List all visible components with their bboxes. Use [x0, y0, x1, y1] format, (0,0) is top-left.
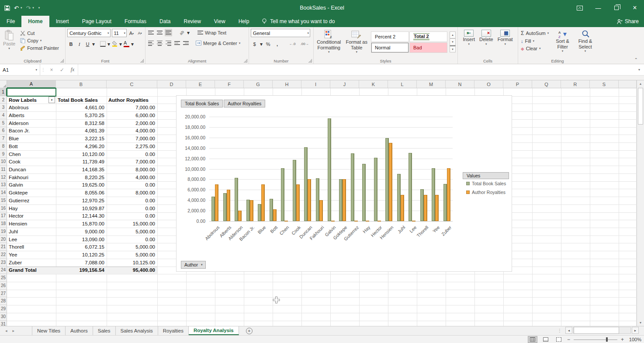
cell-C11[interactable]: 8,000.00 [107, 166, 157, 173]
row-header-19[interactable]: 19 [0, 228, 7, 236]
bar-author-royalties-bott[interactable] [273, 209, 277, 221]
font-color-button[interactable]: A [123, 40, 130, 48]
sort-filter-button[interactable]: AZ Sort & Filter▾ [552, 29, 573, 54]
row-header-14[interactable]: 14 [0, 189, 7, 197]
bar-author-royalties-thorell[interactable] [424, 195, 427, 221]
cell-A3[interactable]: Abolrous [7, 104, 56, 111]
bar-total-book-sales-yee[interactable] [432, 168, 435, 221]
format-cells-button[interactable]: ▦ Format▾ [496, 29, 514, 47]
cell-C20[interactable]: 0.00 [107, 236, 157, 243]
ribbon-tab-file[interactable]: File [0, 16, 21, 27]
cell-A16[interactable]: Hay [7, 204, 56, 212]
share-button[interactable]: Share [617, 16, 639, 27]
borders-button[interactable] [99, 40, 107, 48]
insert-cells-button[interactable]: ⇤ Insert▾ [461, 29, 476, 47]
row-header-20[interactable]: 20 [0, 236, 7, 243]
cell-style-percent-2[interactable]: Percent 2 [371, 31, 409, 42]
format-painter-button[interactable]: Format Painter [19, 45, 60, 51]
increase-decimal-icon[interactable]: ←.0 [287, 40, 298, 48]
legend-item-author-royalties[interactable]: Author Royalties [466, 190, 506, 195]
cell-B5[interactable]: 8,312.58 [56, 119, 107, 127]
horizontal-scroll-thumb[interactable] [574, 327, 619, 334]
cell-A23[interactable]: Zuber [7, 259, 56, 267]
cell-C22[interactable]: 5,000.00 [107, 251, 157, 259]
cut-button[interactable]: Cut [19, 30, 60, 36]
cell-C3[interactable]: 7,000.00 [107, 104, 157, 111]
column-header-R[interactable]: R [561, 80, 590, 88]
fill-color-button[interactable] [111, 40, 118, 48]
cell-A6[interactable]: Bacon Jr. [7, 127, 56, 135]
column-header-L[interactable]: L [388, 80, 417, 88]
ribbon-tab-page-layout[interactable]: Page Layout [76, 16, 118, 27]
cell-B6[interactable]: 4,081.39 [56, 127, 107, 135]
horizontal-scrollbar[interactable]: ⋮ ◂ ▸ [557, 327, 639, 334]
bar-author-royalties-alderson[interactable] [238, 211, 242, 221]
bar-author-royalties-gutierrez[interactable] [354, 221, 358, 222]
row-header-18[interactable]: 18 [0, 220, 7, 228]
column-header-J[interactable]: J [330, 80, 359, 88]
ribbon-tab-home[interactable]: Home [21, 16, 49, 27]
number-dialog-launcher[interactable] [308, 59, 312, 62]
cell-style-total-2[interactable]: Total 2 [409, 31, 447, 42]
cell-B21[interactable]: 6,072.15 [56, 243, 107, 251]
name-box[interactable]: A1▾ [0, 64, 40, 75]
sheet-tab-sales-analysis[interactable]: Sales Analysis [116, 326, 158, 335]
row-header-29[interactable]: 29 [0, 305, 7, 313]
bar-author-royalties-alberts[interactable] [227, 190, 230, 221]
merge-center-button[interactable]: Merge & Center▾ [195, 40, 241, 46]
cell-C5[interactable]: 2,000.00 [107, 119, 157, 127]
fill-color-dropdown-icon[interactable]: ▾ [119, 41, 122, 47]
comma-style-button[interactable]: , [274, 40, 281, 48]
font-color-dropdown-icon[interactable]: ▾ [131, 41, 134, 47]
restore-button[interactable] [607, 0, 626, 16]
autosum-button[interactable]: ΣAutoSum▾ [520, 30, 550, 37]
ribbon-display-options-button[interactable] [571, 0, 589, 16]
styles-more-icon[interactable]: ▾ [450, 45, 456, 52]
cell-A18[interactable]: Hensien [7, 220, 56, 228]
bar-author-royalties-yee[interactable] [435, 195, 439, 221]
column-header-stub[interactable] [619, 80, 637, 88]
orientation-dropdown-icon[interactable]: ▾ [187, 30, 190, 36]
bar-total-book-sales-alderson[interactable] [235, 178, 238, 221]
bar-total-book-sales-zuber[interactable] [443, 184, 447, 221]
column-header-P[interactable]: P [503, 80, 532, 88]
bar-author-royalties-zuber[interactable] [447, 168, 450, 221]
cell-C18[interactable]: 15,000.00 [107, 220, 157, 228]
tell-me-box[interactable]: Tell me what you want to do [256, 16, 341, 27]
prev-sheet-icon[interactable]: ◂ [5, 329, 7, 333]
font-dialog-launcher[interactable] [140, 59, 144, 62]
vertical-scrollbar[interactable]: ▴ ▾ [637, 80, 644, 326]
sheet-tab-royalty-analysis[interactable]: Royalty Analysis [189, 326, 239, 335]
cancel-formula-icon[interactable]: × [46, 64, 57, 75]
field-button-author-royalties[interactable]: Author Royalties [224, 100, 265, 107]
column-header-C[interactable]: C [107, 80, 157, 88]
bar-author-royalties-chen[interactable] [284, 221, 288, 222]
tab-splitter-icon[interactable]: ⋮ [557, 328, 562, 333]
borders-dropdown-icon[interactable]: ▾ [107, 41, 110, 47]
bar-author-royalties-hay[interactable] [366, 221, 369, 222]
underline-dropdown-icon[interactable]: ▾ [92, 41, 95, 47]
cell-A10[interactable]: Cook [7, 158, 56, 166]
paste-dropdown-icon[interactable]: ▾ [8, 47, 10, 50]
decrease-indent-icon[interactable] [173, 39, 181, 47]
bar-author-royalties-cook[interactable] [296, 184, 300, 221]
legend-item-total-book-sales[interactable]: Total Book Sales [466, 181, 506, 186]
paste-button[interactable]: Paste ▾ [2, 29, 17, 57]
row-header-25[interactable]: 25 [0, 274, 7, 282]
bar-total-book-sales-cook[interactable] [293, 160, 296, 221]
bar-total-book-sales-blue[interactable] [258, 204, 261, 221]
bar-author-royalties-blue[interactable] [261, 184, 265, 221]
row-header-8[interactable]: 8 [0, 142, 7, 150]
column-header-B[interactable]: B [56, 80, 107, 88]
middle-align-icon[interactable] [156, 29, 163, 36]
cell-B4[interactable]: 5,370.25 [56, 111, 107, 119]
collapse-ribbon-icon[interactable]: ⌃ [634, 57, 638, 62]
bar-total-book-sales-hay[interactable] [362, 164, 366, 221]
cell-B15[interactable]: 12,970.25 [56, 197, 107, 204]
font-size-combo[interactable]: 11▾ [112, 29, 127, 37]
column-header-N[interactable]: N [446, 80, 474, 88]
bar-total-book-sales-chen[interactable] [281, 168, 284, 221]
cell-C23[interactable]: 10,125.00 [107, 259, 157, 267]
cell-A5[interactable]: Alderson [7, 119, 56, 127]
bar-author-royalties-bacon-jr[interactable] [250, 200, 253, 221]
